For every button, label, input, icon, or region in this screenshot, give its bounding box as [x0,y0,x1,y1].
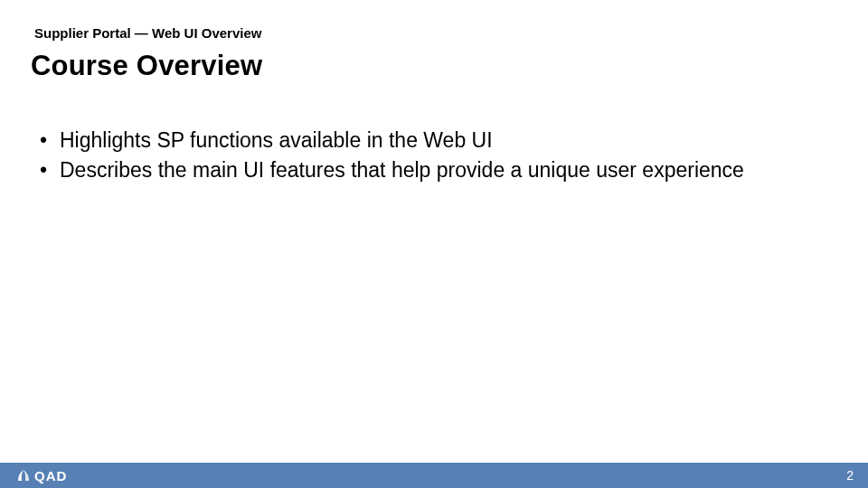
slide: Supplier Portal — Web UI Overview Course… [0,0,868,488]
list-item: Highlights SP functions available in the… [34,127,832,155]
page-title: Course Overview [31,50,262,82]
page-number: 2 [846,468,854,483]
footer-bar: QAD 2 [0,463,868,488]
logo-text: QAD [34,468,67,483]
bullet-list: Highlights SP functions available in the… [34,127,832,186]
brand-mark-icon [16,468,31,483]
list-item: Describes the main UI features that help… [34,156,832,184]
logo: QAD [16,468,67,483]
breadcrumb: Supplier Portal — Web UI Overview [34,25,261,41]
